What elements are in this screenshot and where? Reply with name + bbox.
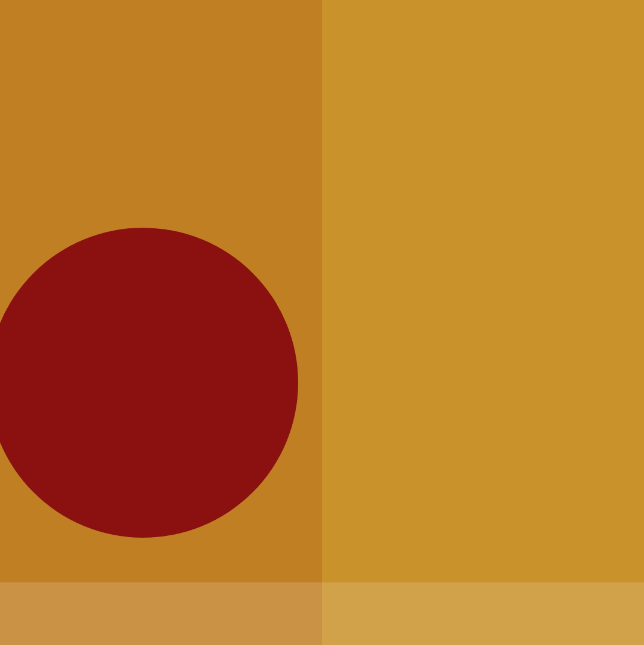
left-screen xyxy=(0,0,322,645)
right-dock xyxy=(322,582,644,645)
left-apps-grid xyxy=(0,0,322,645)
right-apps-grid xyxy=(322,0,644,645)
right-screen xyxy=(322,0,644,645)
left-dock xyxy=(0,582,322,645)
